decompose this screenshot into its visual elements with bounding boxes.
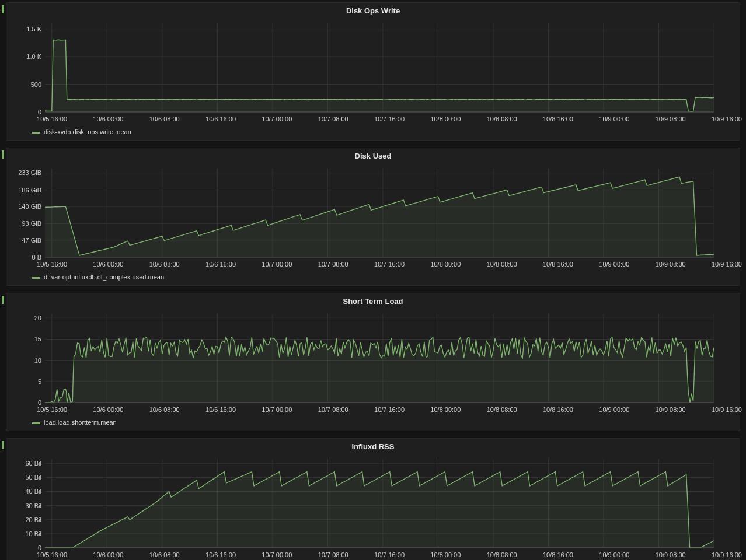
plot-area[interactable]: 0 B47 GiB93 GiB140 GiB186 GiB233 GiB <box>6 162 740 261</box>
x-tick-label: 10/7 08:00 <box>318 261 348 268</box>
svg-text:0 B: 0 B <box>32 254 41 261</box>
x-tick-label: 10/8 00:00 <box>430 261 461 268</box>
legend-label: disk-xvdb.disk_ops.write.mean <box>44 128 131 135</box>
legend-swatch <box>32 277 40 279</box>
x-axis-labels: 10/5 16:0010/6 00:0010/6 08:0010/6 16:00… <box>45 261 727 271</box>
legend-label: load.load.shortterm.mean <box>44 419 117 426</box>
legend-swatch <box>32 132 40 134</box>
x-tick-label: 10/9 08:00 <box>656 551 686 558</box>
svg-text:40 Bil: 40 Bil <box>25 488 41 495</box>
panel-title: Influxd RSS <box>6 439 740 452</box>
panel-disk-used[interactable]: Disk Used 0 B47 GiB93 GiB140 GiB186 GiB2… <box>6 148 740 286</box>
svg-text:233 GiB: 233 GiB <box>18 169 41 176</box>
x-tick-label: 10/5 16:00 <box>37 551 67 558</box>
panel-title: Disk Used <box>6 148 740 162</box>
plot-area[interactable]: 010 Bil20 Bil30 Bil40 Bil50 Bil60 Bil <box>6 452 740 551</box>
x-tick-label: 10/7 00:00 <box>262 116 292 123</box>
x-tick-label: 10/8 08:00 <box>487 116 517 123</box>
x-tick-label: 10/7 16:00 <box>374 551 405 558</box>
svg-text:0: 0 <box>38 544 41 551</box>
x-axis-labels: 10/5 16:0010/6 00:0010/6 08:0010/6 16:00… <box>45 406 727 416</box>
svg-text:186 GiB: 186 GiB <box>18 187 41 194</box>
chart-svg: 05101520 <box>12 310 719 406</box>
x-tick-label: 10/6 00:00 <box>93 551 123 558</box>
panel-accent <box>2 296 4 304</box>
legend-label: df-var-opt-influxdb.df_complex-used.mean <box>44 274 164 281</box>
x-tick-label: 10/9 00:00 <box>599 116 629 123</box>
svg-text:50 Bil: 50 Bil <box>25 474 41 481</box>
svg-text:60 Bil: 60 Bil <box>25 460 41 467</box>
x-tick-label: 10/6 08:00 <box>149 261 180 268</box>
x-tick-label: 10/6 16:00 <box>205 551 236 558</box>
x-tick-label: 10/9 00:00 <box>599 261 629 268</box>
chart-svg: 05001.0 K1.5 K <box>12 20 719 116</box>
svg-text:500: 500 <box>31 81 41 88</box>
svg-text:0: 0 <box>38 108 41 116</box>
svg-text:1.0 K: 1.0 K <box>26 53 41 60</box>
x-grid <box>52 23 714 112</box>
x-tick-label: 10/6 16:00 <box>205 406 236 413</box>
x-tick-label: 10/7 00:00 <box>262 551 292 558</box>
panel-accent <box>2 441 4 449</box>
panel-title: Short Term Load <box>6 293 740 307</box>
x-tick-label: 10/5 16:00 <box>37 406 67 413</box>
series-fill <box>45 40 714 112</box>
svg-text:15: 15 <box>34 335 41 342</box>
x-tick-label: 10/9 08:00 <box>656 116 686 123</box>
chart-svg: 0 B47 GiB93 GiB140 GiB186 GiB233 GiB <box>12 165 719 261</box>
panel-short-term-load[interactable]: Short Term Load 05101520 10/5 16:0010/6 … <box>6 293 740 431</box>
legend[interactable]: load.load.shortterm.mean <box>6 416 740 430</box>
y-tick-labels: 05101520 <box>34 314 41 406</box>
svg-text:5: 5 <box>38 378 41 385</box>
x-tick-label: 10/8 08:00 <box>487 261 517 268</box>
x-tick-label: 10/6 08:00 <box>149 551 180 558</box>
x-tick-label: 10/6 00:00 <box>93 116 123 123</box>
panel-title: Disk Ops Write <box>6 3 740 16</box>
panel-accent <box>2 150 4 159</box>
x-axis-labels: 10/5 16:0010/6 00:0010/6 08:0010/6 16:00… <box>45 116 727 126</box>
x-tick-label: 10/9 08:00 <box>656 261 686 268</box>
x-tick-label: 10/7 08:00 <box>318 406 348 413</box>
x-tick-label: 10/9 08:00 <box>656 406 686 413</box>
plot-area[interactable]: 05101520 <box>6 307 740 406</box>
x-tick-label: 10/8 00:00 <box>430 406 461 413</box>
x-tick-label: 10/6 00:00 <box>93 406 123 413</box>
x-tick-label: 10/7 08:00 <box>318 551 348 558</box>
x-tick-label: 10/7 16:00 <box>374 261 405 268</box>
chart-svg: 010 Bil20 Bil30 Bil40 Bil50 Bil60 Bil <box>12 456 719 551</box>
svg-text:0: 0 <box>38 399 41 406</box>
svg-text:10 Bil: 10 Bil <box>25 530 41 537</box>
x-tick-label: 10/7 08:00 <box>318 116 348 123</box>
plot-area[interactable]: 05001.0 K1.5 K <box>6 16 740 116</box>
svg-text:20 Bil: 20 Bil <box>25 516 41 523</box>
x-tick-label: 10/8 16:00 <box>543 551 573 558</box>
x-tick-label: 10/9 16:00 <box>712 406 742 413</box>
svg-text:20: 20 <box>34 314 41 321</box>
x-tick-label: 10/8 08:00 <box>487 406 517 413</box>
series-fill <box>45 177 714 257</box>
x-tick-label: 10/5 16:00 <box>37 116 67 123</box>
x-tick-label: 10/7 16:00 <box>374 116 405 123</box>
x-tick-label: 10/8 08:00 <box>487 551 517 558</box>
panel-disk-ops-write[interactable]: Disk Ops Write 05001.0 K1.5 K 10/5 16:00… <box>6 2 740 141</box>
x-tick-label: 10/7 00:00 <box>262 406 292 413</box>
svg-text:140 GiB: 140 GiB <box>18 203 41 210</box>
x-axis-labels: 10/5 16:0010/6 00:0010/6 08:0010/6 16:00… <box>45 551 727 560</box>
svg-text:10: 10 <box>34 357 41 364</box>
panel-influxd-rss[interactable]: Influxd RSS 010 Bil20 Bil30 Bil40 Bil50 … <box>6 438 740 560</box>
svg-text:30 Bil: 30 Bil <box>25 502 41 509</box>
x-tick-label: 10/6 00:00 <box>93 261 123 268</box>
legend[interactable]: disk-xvdb.disk_ops.write.mean <box>6 126 740 140</box>
x-tick-label: 10/6 08:00 <box>149 116 180 123</box>
x-tick-label: 10/8 16:00 <box>543 261 573 268</box>
y-tick-labels: 010 Bil20 Bil30 Bil40 Bil50 Bil60 Bil <box>25 460 41 551</box>
x-tick-label: 10/9 00:00 <box>599 551 629 558</box>
x-tick-label: 10/7 00:00 <box>262 261 292 268</box>
x-tick-label: 10/7 16:00 <box>374 406 405 413</box>
svg-text:47 GiB: 47 GiB <box>22 237 41 244</box>
legend[interactable]: df-var-opt-influxdb.df_complex-used.mean <box>6 271 740 285</box>
x-tick-label: 10/5 16:00 <box>37 261 67 268</box>
panel-accent <box>2 5 4 13</box>
x-tick-label: 10/6 16:00 <box>205 116 236 123</box>
x-tick-label: 10/6 16:00 <box>205 261 236 268</box>
